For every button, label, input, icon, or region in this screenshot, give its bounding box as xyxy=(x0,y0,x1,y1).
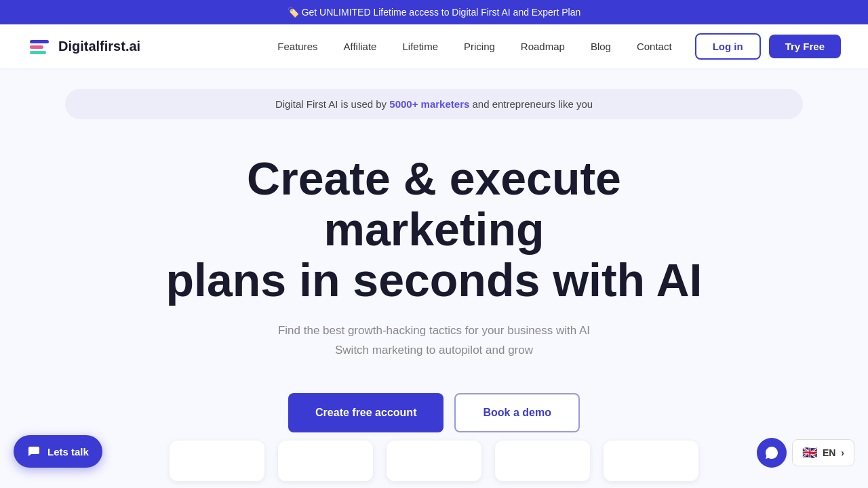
support-chat-button[interactable] xyxy=(757,438,787,468)
chat-icon xyxy=(27,445,41,458)
bottom-decoration xyxy=(0,434,868,488)
lets-talk-label: Lets talk xyxy=(47,446,89,458)
book-demo-button[interactable]: Book a demo xyxy=(454,393,579,432)
preview-card-4 xyxy=(495,441,590,481)
social-proof-prefix: Digital First AI is used by xyxy=(275,98,387,110)
logo-icon xyxy=(27,35,52,59)
nav-item-pricing[interactable]: Pricing xyxy=(454,41,505,53)
preview-shapes xyxy=(0,434,868,481)
nav-link-features[interactable]: Features xyxy=(268,35,327,58)
try-free-button[interactable]: Try Free xyxy=(769,35,841,58)
lang-widget: 🇬🇧 EN › xyxy=(757,438,854,468)
hero-subtext-line1: Find the best growth-hacking tactics for… xyxy=(278,324,590,337)
nav-link-lifetime[interactable]: Lifetime xyxy=(393,35,448,58)
nav-item-contact[interactable]: Contact xyxy=(627,41,682,53)
flag-icon: 🇬🇧 xyxy=(802,445,817,460)
login-button[interactable]: Log in xyxy=(695,33,761,60)
announcement-text: Get UNLIMITED Lifetime access to Digital… xyxy=(302,7,581,18)
cta-buttons: Create free account Book a demo xyxy=(288,393,580,432)
nav-link-pricing[interactable]: Pricing xyxy=(454,35,505,58)
nav-link-roadmap[interactable]: Roadmap xyxy=(511,35,574,58)
svg-rect-0 xyxy=(30,40,49,43)
main-content: Digital First AI is used by 5000+ market… xyxy=(0,68,868,460)
nav-link-blog[interactable]: Blog xyxy=(581,35,620,58)
nav-buttons: Log in Try Free xyxy=(695,33,841,60)
logo-link[interactable]: Digitalfirst.ai xyxy=(27,35,140,59)
preview-card-5 xyxy=(604,441,698,481)
nav-item-blog[interactable]: Blog xyxy=(581,41,620,53)
preview-card-2 xyxy=(278,441,373,481)
nav-link-affiliate[interactable]: Affiliate xyxy=(334,35,387,58)
svg-rect-1 xyxy=(30,45,43,49)
language-selector[interactable]: 🇬🇧 EN › xyxy=(792,439,854,466)
support-icon xyxy=(764,445,779,460)
hero-subtext-line2: Switch marketing to autopilot and grow xyxy=(335,344,533,357)
hero-heading: Create & execute marketing plans in seco… xyxy=(163,153,705,305)
social-proof-highlight: 5000+ marketers xyxy=(389,98,469,110)
svg-rect-2 xyxy=(30,51,46,54)
hero-subtext: Find the best growth-hacking tactics for… xyxy=(278,321,590,361)
create-account-button[interactable]: Create free account xyxy=(288,393,443,432)
nav-item-features[interactable]: Features xyxy=(268,41,327,53)
navbar: Digitalfirst.ai Features Affiliate Lifet… xyxy=(0,24,868,68)
preview-card-3 xyxy=(387,441,481,481)
nav-item-roadmap[interactable]: Roadmap xyxy=(511,41,574,53)
nav-links: Features Affiliate Lifetime Pricing Road… xyxy=(268,41,681,53)
nav-item-lifetime[interactable]: Lifetime xyxy=(393,41,448,53)
nav-link-contact[interactable]: Contact xyxy=(627,35,682,58)
announcement-bar: 🏷️ Get UNLIMITED Lifetime access to Digi… xyxy=(0,0,868,24)
nav-item-affiliate[interactable]: Affiliate xyxy=(334,41,387,53)
chevron-right-icon: › xyxy=(841,447,844,458)
social-proof-banner: Digital First AI is used by 5000+ market… xyxy=(65,89,803,119)
lets-talk-widget[interactable]: Lets talk xyxy=(14,435,102,468)
announcement-icon: 🏷️ xyxy=(288,7,299,18)
logo-text: Digitalfirst.ai xyxy=(58,39,140,54)
preview-card-1 xyxy=(170,441,264,481)
social-proof-suffix: and entrepreneurs like you xyxy=(472,98,593,110)
lang-code: EN xyxy=(823,447,835,458)
